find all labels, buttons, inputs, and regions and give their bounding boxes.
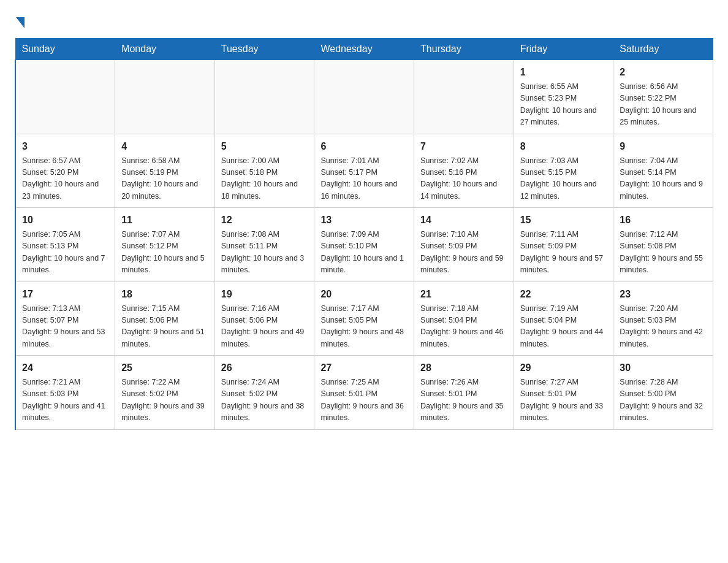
calendar-cell: 12Sunrise: 7:08 AMSunset: 5:11 PMDayligh…: [214, 208, 314, 282]
day-of-week-header: Monday: [115, 39, 215, 60]
calendar-cell: 15Sunrise: 7:11 AMSunset: 5:09 PMDayligh…: [514, 208, 613, 282]
calendar-cell: 24Sunrise: 7:21 AMSunset: 5:03 PMDayligh…: [15, 356, 115, 430]
calendar-cell: [414, 60, 514, 134]
day-number: 27: [320, 361, 408, 375]
day-number: 15: [520, 213, 607, 228]
calendar-cell: [15, 60, 115, 134]
sun-info: Sunrise: 7:21 AMSunset: 5:03 PMDaylight:…: [22, 377, 108, 424]
day-number: 28: [420, 361, 507, 375]
day-number: 10: [22, 213, 108, 228]
day-number: 1: [520, 65, 607, 80]
calendar-cell: 1Sunrise: 6:55 AMSunset: 5:23 PMDaylight…: [514, 60, 613, 134]
sun-info: Sunrise: 7:25 AMSunset: 5:01 PMDaylight:…: [320, 377, 408, 424]
calendar-cell: 17Sunrise: 7:13 AMSunset: 5:07 PMDayligh…: [15, 282, 115, 356]
calendar-cell: 20Sunrise: 7:17 AMSunset: 5:05 PMDayligh…: [314, 282, 414, 356]
sun-info: Sunrise: 7:27 AMSunset: 5:01 PMDaylight:…: [520, 377, 607, 424]
sun-info: Sunrise: 6:56 AMSunset: 5:22 PMDaylight:…: [620, 81, 707, 129]
day-number: 25: [121, 361, 208, 375]
day-number: 5: [221, 139, 308, 154]
day-number: 2: [620, 65, 707, 80]
day-number: 9: [620, 139, 707, 154]
sun-info: Sunrise: 7:19 AMSunset: 5:04 PMDaylight:…: [520, 303, 607, 351]
calendar-cell: 8Sunrise: 7:03 AMSunset: 5:15 PMDaylight…: [514, 134, 613, 208]
day-of-week-header: Tuesday: [214, 39, 314, 60]
day-number: 6: [320, 139, 408, 154]
sun-info: Sunrise: 7:00 AMSunset: 5:18 PMDaylight:…: [221, 155, 308, 203]
calendar-week-row: 17Sunrise: 7:13 AMSunset: 5:07 PMDayligh…: [15, 282, 713, 356]
sun-info: Sunrise: 7:05 AMSunset: 5:13 PMDaylight:…: [22, 229, 108, 277]
sun-info: Sunrise: 7:07 AMSunset: 5:12 PMDaylight:…: [121, 229, 208, 277]
calendar-cell: 27Sunrise: 7:25 AMSunset: 5:01 PMDayligh…: [314, 356, 414, 430]
calendar-cell: 9Sunrise: 7:04 AMSunset: 5:14 PMDaylight…: [613, 134, 713, 208]
day-of-week-header: Saturday: [613, 39, 713, 60]
day-number: 30: [620, 361, 707, 375]
sun-info: Sunrise: 6:57 AMSunset: 5:20 PMDaylight:…: [22, 155, 108, 203]
sun-info: Sunrise: 7:03 AMSunset: 5:15 PMDaylight:…: [520, 155, 607, 203]
calendar-cell: [314, 60, 414, 134]
calendar-cell: 18Sunrise: 7:15 AMSunset: 5:06 PMDayligh…: [115, 282, 215, 356]
day-number: 17: [22, 287, 108, 302]
calendar-week-row: 10Sunrise: 7:05 AMSunset: 5:13 PMDayligh…: [15, 208, 713, 282]
sun-info: Sunrise: 6:58 AMSunset: 5:19 PMDaylight:…: [121, 155, 208, 203]
calendar-cell: 26Sunrise: 7:24 AMSunset: 5:02 PMDayligh…: [214, 356, 314, 430]
day-number: 3: [22, 139, 108, 154]
day-number: 21: [420, 287, 507, 302]
day-number: 14: [420, 213, 507, 228]
calendar-cell: 3Sunrise: 6:57 AMSunset: 5:20 PMDaylight…: [15, 134, 115, 208]
calendar-week-row: 3Sunrise: 6:57 AMSunset: 5:20 PMDaylight…: [15, 134, 713, 208]
day-number: 4: [121, 139, 208, 154]
calendar-week-row: 24Sunrise: 7:21 AMSunset: 5:03 PMDayligh…: [15, 356, 713, 430]
day-number: 7: [420, 139, 507, 154]
day-number: 29: [520, 361, 607, 375]
logo: [15, 15, 25, 26]
calendar-cell: [115, 60, 215, 134]
sun-info: Sunrise: 7:28 AMSunset: 5:00 PMDaylight:…: [620, 377, 707, 424]
sun-info: Sunrise: 7:13 AMSunset: 5:07 PMDaylight:…: [22, 303, 108, 351]
day-of-week-header: Thursday: [414, 39, 514, 60]
calendar-cell: 7Sunrise: 7:02 AMSunset: 5:16 PMDaylight…: [414, 134, 514, 208]
day-number: 20: [320, 287, 408, 302]
day-number: 12: [221, 213, 308, 228]
sun-info: Sunrise: 7:15 AMSunset: 5:06 PMDaylight:…: [121, 303, 208, 351]
sun-info: Sunrise: 7:02 AMSunset: 5:16 PMDaylight:…: [420, 155, 507, 203]
day-number: 22: [520, 287, 607, 302]
sun-info: Sunrise: 7:09 AMSunset: 5:10 PMDaylight:…: [320, 229, 408, 277]
calendar-table: SundayMondayTuesdayWednesdayThursdayFrid…: [15, 38, 713, 430]
calendar-cell: 2Sunrise: 6:56 AMSunset: 5:22 PMDaylight…: [613, 60, 713, 134]
sun-info: Sunrise: 7:08 AMSunset: 5:11 PMDaylight:…: [221, 229, 308, 277]
day-number: 11: [121, 213, 208, 228]
sun-info: Sunrise: 7:10 AMSunset: 5:09 PMDaylight:…: [420, 229, 507, 277]
sun-info: Sunrise: 7:04 AMSunset: 5:14 PMDaylight:…: [620, 155, 707, 203]
calendar-cell: 21Sunrise: 7:18 AMSunset: 5:04 PMDayligh…: [414, 282, 514, 356]
sun-info: Sunrise: 7:11 AMSunset: 5:09 PMDaylight:…: [520, 229, 607, 277]
calendar-cell: 10Sunrise: 7:05 AMSunset: 5:13 PMDayligh…: [15, 208, 115, 282]
sun-info: Sunrise: 7:16 AMSunset: 5:06 PMDaylight:…: [221, 303, 308, 351]
day-of-week-header: Friday: [514, 39, 613, 60]
calendar-cell: 6Sunrise: 7:01 AMSunset: 5:17 PMDaylight…: [314, 134, 414, 208]
day-of-week-header: Sunday: [15, 39, 115, 60]
sun-info: Sunrise: 7:24 AMSunset: 5:02 PMDaylight:…: [221, 377, 308, 424]
calendar-cell: 11Sunrise: 7:07 AMSunset: 5:12 PMDayligh…: [115, 208, 215, 282]
calendar-cell: 19Sunrise: 7:16 AMSunset: 5:06 PMDayligh…: [214, 282, 314, 356]
sun-info: Sunrise: 7:17 AMSunset: 5:05 PMDaylight:…: [320, 303, 408, 351]
page-header: [15, 15, 713, 26]
calendar-header-row: SundayMondayTuesdayWednesdayThursdayFrid…: [15, 39, 713, 60]
calendar-cell: 14Sunrise: 7:10 AMSunset: 5:09 PMDayligh…: [414, 208, 514, 282]
calendar-cell: 29Sunrise: 7:27 AMSunset: 5:01 PMDayligh…: [514, 356, 613, 430]
sun-info: Sunrise: 7:12 AMSunset: 5:08 PMDaylight:…: [620, 229, 707, 277]
day-number: 16: [620, 213, 707, 228]
calendar-cell: [214, 60, 314, 134]
day-number: 13: [320, 213, 408, 228]
calendar-cell: 22Sunrise: 7:19 AMSunset: 5:04 PMDayligh…: [514, 282, 613, 356]
day-number: 24: [22, 361, 108, 375]
day-number: 18: [121, 287, 208, 302]
sun-info: Sunrise: 7:01 AMSunset: 5:17 PMDaylight:…: [320, 155, 408, 203]
sun-info: Sunrise: 7:20 AMSunset: 5:03 PMDaylight:…: [620, 303, 707, 351]
calendar-cell: 23Sunrise: 7:20 AMSunset: 5:03 PMDayligh…: [613, 282, 713, 356]
calendar-week-row: 1Sunrise: 6:55 AMSunset: 5:23 PMDaylight…: [15, 60, 713, 134]
calendar-cell: 5Sunrise: 7:00 AMSunset: 5:18 PMDaylight…: [214, 134, 314, 208]
calendar-cell: 4Sunrise: 6:58 AMSunset: 5:19 PMDaylight…: [115, 134, 215, 208]
day-number: 8: [520, 139, 607, 154]
logo-arrow-icon: [16, 17, 25, 28]
calendar-cell: 30Sunrise: 7:28 AMSunset: 5:00 PMDayligh…: [613, 356, 713, 430]
